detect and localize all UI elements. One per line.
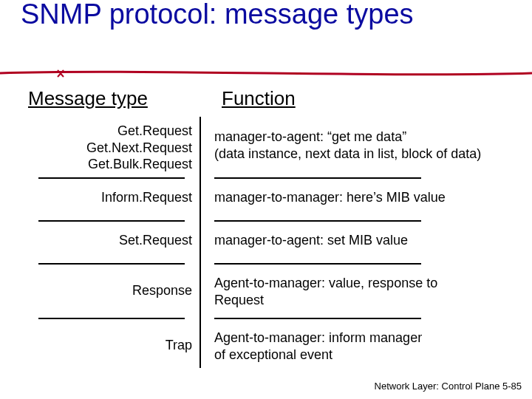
message-type-cell: Inform.Request bbox=[22, 189, 192, 206]
message-type-cell: Response bbox=[22, 282, 192, 299]
msg-type: Get.Request bbox=[117, 123, 192, 138]
row-rule-left bbox=[38, 220, 185, 222]
message-type-cell: Trap bbox=[22, 337, 192, 354]
message-type-cell: Set.Request bbox=[22, 232, 192, 249]
slide-footer: Network Layer: Control Plane 5-85 bbox=[375, 381, 522, 392]
function-text: manager-to-manager: here’s MIB value bbox=[214, 190, 446, 205]
msg-type: Get.Next.Request bbox=[86, 140, 192, 155]
msg-type: Response bbox=[132, 283, 192, 298]
msg-type: Set.Request bbox=[119, 233, 192, 248]
row-rule-right bbox=[214, 263, 421, 265]
slide-title: SNMP protocol: message types bbox=[21, 0, 511, 30]
function-text: Agent-to-manager: value, response to bbox=[214, 276, 437, 290]
function-text: manager-to-agent: set MIB value bbox=[214, 233, 408, 248]
msg-type: Get.Bulk.Request bbox=[88, 157, 192, 171]
function-text: Request bbox=[214, 293, 264, 307]
function-cell: Agent-to-manager: value, response to Req… bbox=[214, 275, 510, 308]
function-text: manager-to-agent: “get me data” bbox=[214, 129, 406, 144]
function-text: of exceptional event bbox=[214, 347, 332, 362]
row-rule-left bbox=[38, 177, 185, 179]
row-rule-right bbox=[214, 177, 421, 179]
vertical-rule bbox=[200, 117, 201, 368]
row-rule-left bbox=[38, 318, 185, 319]
function-text: Agent-to-manager: inform manager bbox=[214, 330, 422, 345]
row-rule-right bbox=[214, 220, 421, 222]
slide: SNMP protocol: message types Message typ… bbox=[0, 0, 532, 399]
function-cell: manager-to-manager: here’s MIB value bbox=[214, 189, 510, 206]
function-cell: Agent-to-manager: inform manager of exce… bbox=[214, 330, 510, 363]
header-function: Function bbox=[222, 87, 296, 110]
title-underline-swoosh bbox=[0, 68, 532, 78]
function-cell: manager-to-agent: set MIB value bbox=[214, 232, 510, 249]
row-rule-right bbox=[214, 318, 421, 319]
msg-type: Trap bbox=[166, 338, 192, 352]
function-text: (data instance, next data in list, block… bbox=[214, 146, 481, 161]
msg-type: Inform.Request bbox=[101, 190, 192, 205]
function-cell: manager-to-agent: “get me data” (data in… bbox=[214, 129, 510, 162]
header-message-type: Message type bbox=[28, 87, 148, 110]
message-type-cell: Get.Request Get.Next.Request Get.Bulk.Re… bbox=[22, 123, 192, 173]
row-rule-left bbox=[38, 263, 185, 265]
